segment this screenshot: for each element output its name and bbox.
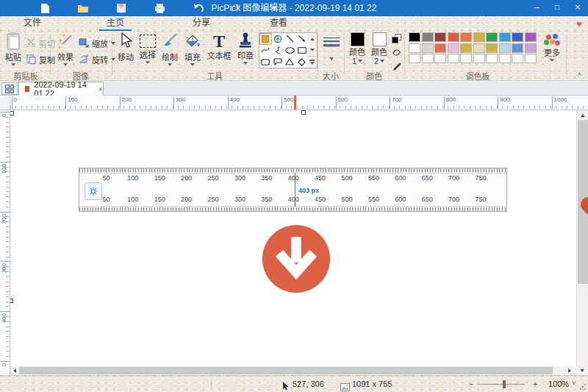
palette-swatch[interactable] bbox=[473, 32, 485, 42]
select-dropdown-icon[interactable] bbox=[146, 61, 150, 64]
heart-icon[interactable]: ♥ bbox=[576, 18, 582, 29]
gallery-up-icon[interactable] bbox=[307, 33, 317, 44]
h-scroll-thumb[interactable] bbox=[19, 367, 553, 374]
color2-button[interactable]: 颜色 2 bbox=[369, 32, 390, 65]
palette-swatch[interactable] bbox=[512, 54, 523, 63]
draw-dropdown-icon[interactable] bbox=[168, 63, 172, 66]
fill-button[interactable]: 填充 bbox=[181, 32, 204, 66]
more-colors-dropdown-icon[interactable] bbox=[550, 59, 554, 62]
tab-close-icon[interactable]: × bbox=[98, 85, 103, 93]
collapse-ribbon-icon[interactable]: ˄ bbox=[578, 71, 581, 78]
shape-freeform[interactable] bbox=[272, 45, 284, 57]
shape-curve[interactable] bbox=[259, 45, 272, 57]
palette-swatch[interactable] bbox=[473, 43, 485, 53]
size-button[interactable] bbox=[320, 32, 343, 60]
selection-handle-top-left[interactable] bbox=[10, 111, 14, 115]
color2-dropdown-icon[interactable] bbox=[380, 60, 384, 63]
palette-swatch[interactable] bbox=[525, 32, 537, 42]
zoom-dropdown-icon[interactable]: ˅ bbox=[572, 375, 576, 391]
effects-button[interactable]: 效果 bbox=[54, 32, 77, 66]
refresh-icon[interactable] bbox=[392, 48, 401, 59]
palette-swatch[interactable] bbox=[499, 54, 511, 63]
shape-diamond[interactable] bbox=[296, 56, 309, 68]
shape-filled-rect[interactable] bbox=[259, 33, 272, 45]
palette-swatch[interactable] bbox=[460, 32, 472, 42]
zoom-slider-thumb[interactable] bbox=[503, 380, 506, 388]
palette-swatch[interactable] bbox=[460, 54, 472, 63]
v-scroll-down-icon[interactable] bbox=[576, 366, 588, 375]
rotate-button[interactable]: 旋转 bbox=[79, 54, 115, 65]
resize-button[interactable]: 缩放 bbox=[79, 38, 115, 49]
resize-grip[interactable] bbox=[579, 383, 587, 391]
h-scroll-left-icon[interactable] bbox=[10, 366, 19, 375]
gallery-more-icon[interactable] bbox=[307, 56, 317, 68]
effects-dropdown-icon[interactable] bbox=[63, 63, 68, 66]
zoom-out-button[interactable]: − bbox=[469, 376, 473, 392]
palette-swatch[interactable] bbox=[499, 43, 511, 53]
palette-swatch[interactable] bbox=[409, 43, 420, 53]
move-button[interactable]: 移动 bbox=[115, 32, 137, 62]
v-scrollbar[interactable] bbox=[576, 110, 588, 366]
paste-button[interactable]: 粘贴 bbox=[1, 32, 25, 66]
palette-swatch[interactable] bbox=[486, 32, 498, 42]
more-colors-button[interactable]: 更多 bbox=[540, 34, 564, 62]
textbox-button[interactable]: T 文本框 bbox=[204, 32, 234, 60]
maximize-button[interactable]: □ bbox=[547, 0, 567, 16]
fill-dropdown-icon[interactable] bbox=[190, 63, 195, 66]
palette-swatch[interactable] bbox=[448, 43, 459, 53]
shape-rectangle[interactable] bbox=[296, 45, 309, 57]
canvas[interactable]: 5010015020025030035040045050055060065070… bbox=[10, 110, 576, 366]
palette-swatch[interactable] bbox=[512, 43, 523, 53]
shape-triangle[interactable] bbox=[284, 56, 296, 68]
shape-speech-bubble[interactable] bbox=[272, 56, 284, 68]
palette-swatch[interactable] bbox=[434, 32, 446, 42]
stamp-button[interactable]: 印章 bbox=[234, 32, 257, 65]
palette-swatch[interactable] bbox=[486, 54, 498, 63]
paste-dropdown-icon[interactable] bbox=[11, 63, 15, 66]
swap-colors-icon[interactable] bbox=[392, 34, 401, 45]
color1-button[interactable]: 颜色 1 bbox=[347, 32, 368, 65]
palette-swatch[interactable] bbox=[525, 54, 537, 63]
palette-swatch[interactable] bbox=[448, 54, 459, 63]
tab-file[interactable]: 文件 bbox=[16, 16, 49, 31]
v-scroll-up-icon[interactable] bbox=[577, 110, 588, 120]
color1-dropdown-icon[interactable] bbox=[358, 60, 362, 63]
document-tab[interactable]: 2022-09-19 14 01 22 × bbox=[18, 82, 104, 96]
draw-button[interactable]: 绘制 bbox=[159, 32, 181, 66]
palette-swatch[interactable] bbox=[512, 32, 523, 42]
zoom-in-button[interactable]: + bbox=[533, 376, 537, 392]
palette-swatch[interactable] bbox=[460, 43, 472, 53]
tab-home[interactable]: 主页 bbox=[99, 16, 132, 31]
selection-handle-top-middle[interactable] bbox=[301, 110, 306, 115]
close-button[interactable]: × bbox=[567, 0, 588, 16]
stamp-dropdown-icon[interactable] bbox=[243, 62, 248, 65]
shape-arrow-line[interactable] bbox=[296, 33, 309, 45]
palette-swatch[interactable] bbox=[525, 43, 537, 53]
palette-swatch[interactable] bbox=[422, 54, 434, 63]
shape-rounded-rectangle[interactable] bbox=[259, 56, 272, 68]
shape-line[interactable] bbox=[284, 33, 296, 45]
palette-swatch[interactable] bbox=[499, 32, 511, 42]
palette-swatch[interactable] bbox=[422, 32, 434, 42]
copy-button[interactable]: 复制 bbox=[26, 54, 55, 65]
palette-swatch[interactable] bbox=[473, 54, 485, 63]
tab-view[interactable]: 查看 bbox=[262, 16, 295, 31]
palette-swatch[interactable] bbox=[409, 32, 420, 42]
select-button[interactable]: 选择 bbox=[137, 32, 159, 64]
tab-share[interactable]: 分享 bbox=[185, 16, 218, 31]
grid-icon[interactable] bbox=[1, 82, 18, 95]
palette-swatch[interactable] bbox=[448, 32, 459, 42]
minimize-button[interactable]: – bbox=[526, 0, 547, 16]
palette-swatch[interactable] bbox=[434, 54, 446, 63]
zoom-slider[interactable] bbox=[478, 384, 525, 385]
h-scroll-right-icon[interactable] bbox=[564, 366, 575, 375]
selection-handle-left-middle[interactable] bbox=[10, 299, 13, 303]
palette-swatch[interactable] bbox=[422, 43, 434, 53]
shape-crosshair[interactable] bbox=[272, 33, 284, 45]
h-scrollbar[interactable] bbox=[10, 366, 576, 375]
palette-swatch[interactable] bbox=[409, 54, 420, 63]
palette-swatch[interactable] bbox=[434, 43, 446, 53]
gallery-down-icon[interactable] bbox=[307, 44, 317, 55]
palette-swatch[interactable] bbox=[486, 43, 498, 53]
size-dropdown-icon[interactable] bbox=[329, 57, 334, 60]
